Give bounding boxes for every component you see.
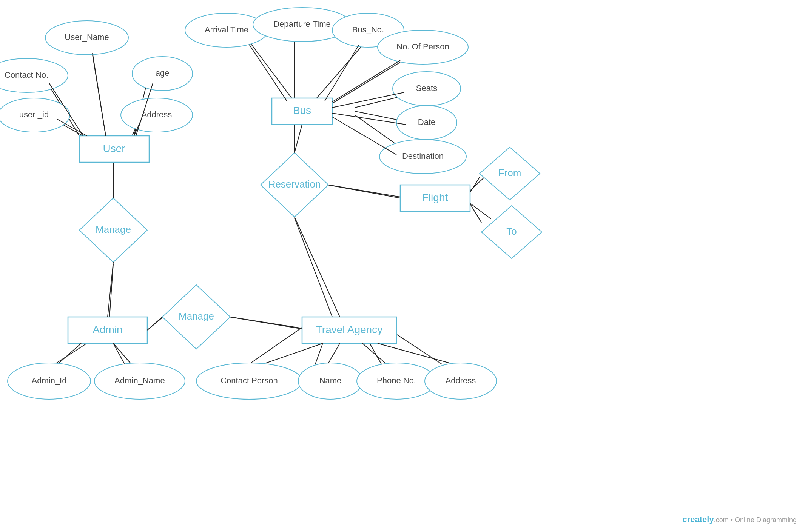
relationship-from-label: From bbox=[498, 167, 521, 178]
svg-line-52 bbox=[362, 343, 385, 363]
svg-line-53 bbox=[378, 343, 449, 363]
relationship-manage1-label: Manage bbox=[96, 224, 131, 235]
attr-phoneno-label: Phone No. bbox=[377, 376, 416, 385]
svg-line-28 bbox=[108, 262, 113, 317]
attr-noperson-label: No. Of Person bbox=[396, 42, 449, 51]
svg-line-39 bbox=[57, 119, 87, 136]
attr-destination-label: Destination bbox=[402, 151, 444, 161]
attr-contactno-label: Contact No. bbox=[5, 70, 48, 80]
svg-line-27 bbox=[113, 162, 114, 198]
svg-line-31 bbox=[295, 125, 302, 153]
svg-line-43 bbox=[325, 45, 359, 101]
svg-line-33 bbox=[328, 185, 400, 197]
attr-adminname-label: Admin_Name bbox=[114, 376, 165, 385]
attr-date-label: Date bbox=[418, 117, 435, 127]
entity-bus-label: Bus bbox=[293, 105, 311, 116]
svg-line-35 bbox=[470, 204, 481, 223]
attr-address-user-label: Address bbox=[142, 110, 172, 119]
attr-address-ta-label: Address bbox=[446, 376, 476, 385]
relationship-manage2-label: Manage bbox=[179, 311, 214, 322]
relationship-reservation-label: Reservation bbox=[268, 178, 321, 190]
svg-line-48 bbox=[59, 343, 81, 363]
attr-adminid-label: Admin_Id bbox=[32, 376, 67, 385]
attr-busno-label: Bus_No. bbox=[352, 25, 384, 34]
svg-line-29 bbox=[147, 317, 162, 330]
entity-user-label: User bbox=[103, 143, 125, 154]
svg-line-47 bbox=[332, 117, 396, 155]
entity-flight-label: Flight bbox=[422, 192, 448, 203]
attr-age-label: age bbox=[156, 68, 170, 78]
watermark: creately.com • Online Diagramming bbox=[682, 515, 797, 524]
svg-line-49 bbox=[113, 343, 130, 363]
svg-line-32 bbox=[295, 217, 340, 317]
entity-travelagency-label: Travel Agency bbox=[316, 324, 382, 335]
attr-contactperson-label: Contact Person bbox=[221, 376, 278, 385]
svg-line-36 bbox=[93, 53, 106, 136]
svg-line-45 bbox=[332, 92, 404, 108]
attr-username-label: User_Name bbox=[65, 32, 109, 42]
attr-userid-label: user _id bbox=[19, 110, 49, 119]
svg-line-41 bbox=[249, 45, 287, 101]
relationship-to-label: To bbox=[506, 226, 517, 237]
svg-line-46 bbox=[332, 113, 406, 125]
attr-arrivaltime-label: Arrival Time bbox=[205, 25, 248, 34]
svg-line-30 bbox=[230, 317, 302, 328]
svg-line-51 bbox=[328, 343, 340, 363]
svg-line-34 bbox=[470, 177, 480, 192]
attr-seats-label: Seats bbox=[416, 83, 437, 93]
svg-line-50 bbox=[266, 343, 323, 363]
attr-departuretime-label: Departure Time bbox=[273, 19, 331, 29]
entity-admin-label: Admin bbox=[93, 324, 122, 335]
attr-name-label: Name bbox=[319, 376, 342, 385]
